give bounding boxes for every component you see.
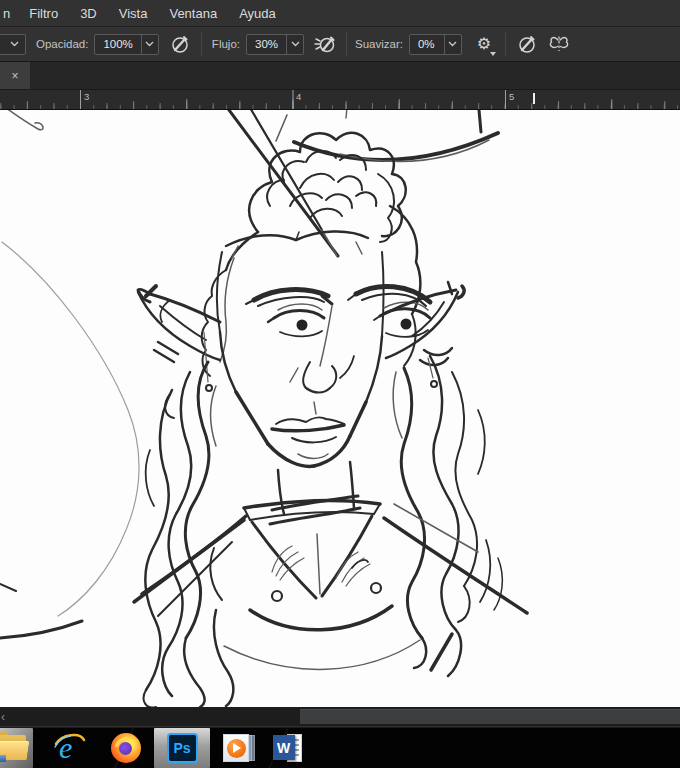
scrollbar-thumb[interactable]: [300, 709, 680, 724]
caret-down-icon: [490, 52, 496, 56]
sketch-top-right-arc: [294, 110, 498, 161]
sketch-hair-right-strands: [393, 356, 502, 676]
canvas-artwork: [0, 110, 680, 707]
opacity-value: 100%: [95, 38, 140, 50]
word-icon: W: [287, 732, 302, 764]
taskbar-firefox-button[interactable]: [98, 728, 154, 768]
sketch-horn-lines: [226, 110, 338, 256]
folder-icon: [0, 735, 28, 761]
internet-explorer-icon: e: [54, 732, 86, 764]
pen-pressure-size-icon[interactable]: [514, 31, 540, 57]
flow-value: 30%: [247, 38, 286, 50]
sketch-eyes: [268, 302, 430, 337]
close-icon[interactable]: ×: [11, 69, 18, 83]
separator: [201, 32, 202, 56]
sketch-construction-lines: [0, 110, 139, 638]
canvas-area[interactable]: [0, 110, 680, 707]
document-tab[interactable]: ×: [0, 62, 30, 89]
media-player-icon: [223, 733, 253, 763]
gear-icon[interactable]: ⚙: [471, 31, 497, 57]
windows-taskbar: e Ps: [0, 727, 680, 768]
document-tab-bar: ×: [0, 62, 680, 90]
menu-item-vista[interactable]: Vista: [108, 0, 159, 26]
horizontal-scrollbar[interactable]: ‹: [0, 707, 680, 727]
chevron-down-icon: [445, 41, 461, 47]
separator: [346, 32, 347, 56]
pen-pressure-opacity-icon[interactable]: [167, 31, 193, 57]
chevron-down-icon: [287, 41, 303, 47]
menu-bar: n Filtro 3D Vista Ventana Ayuda: [0, 0, 680, 27]
opacity-label: Opacidad:: [36, 38, 88, 50]
menu-item-ayuda[interactable]: Ayuda: [228, 0, 287, 26]
horizontal-ruler[interactable]: 3 4 5: [0, 90, 680, 110]
sketch-topknot-bun: [249, 133, 406, 242]
menu-item-filtro[interactable]: Filtro: [18, 0, 69, 26]
airbrush-icon[interactable]: [312, 31, 338, 57]
taskbar-internet-explorer-button[interactable]: e: [42, 728, 98, 768]
chevron-down-icon: [6, 41, 22, 47]
sketch-hair-left-strands: [144, 362, 234, 707]
scroll-left-arrow-icon[interactable]: ‹: [1, 707, 5, 726]
menu-item-ventana[interactable]: Ventana: [158, 0, 228, 26]
taskbar-word-button[interactable]: W: [266, 728, 322, 768]
sketch-clothing: [134, 501, 527, 670]
ruler-cursor-marker: [533, 93, 535, 104]
taskbar-photoshop-button[interactable]: Ps: [154, 728, 210, 768]
taskbar-media-player-button[interactable]: [210, 728, 266, 768]
smoothing-label: Suavizar:: [355, 38, 403, 50]
butterfly-symmetry-icon[interactable]: [546, 31, 572, 57]
opacity-dropdown[interactable]: 100%: [94, 34, 158, 55]
smoothing-value: 0%: [410, 38, 444, 50]
sketch-left-ear: [138, 286, 220, 418]
tool-options-bar: Opacidad: 100% Flujo: 30%: [0, 27, 680, 62]
photoshop-icon: Ps: [167, 733, 198, 763]
photoshop-window: n Filtro 3D Vista Ventana Ayuda Opacidad…: [0, 0, 680, 768]
ruler-label: 4: [296, 91, 301, 102]
smoothing-dropdown[interactable]: 0%: [409, 34, 462, 55]
sketch-nose: [290, 306, 354, 393]
menu-item-imagen-truncated[interactable]: n: [0, 0, 18, 26]
separator: [505, 32, 506, 56]
menu-item-3d[interactable]: 3D: [69, 0, 108, 26]
taskbar-file-explorer-button[interactable]: [0, 728, 33, 768]
ruler-label: 5: [509, 91, 514, 102]
play-icon: [227, 739, 246, 758]
flow-dropdown[interactable]: 30%: [246, 34, 304, 55]
ruler-label: 3: [84, 91, 89, 102]
flow-label: Flujo:: [212, 38, 240, 50]
sketch-lips: [272, 402, 344, 459]
brush-preset-dropdown[interactable]: [0, 34, 26, 55]
firefox-icon: [111, 733, 141, 763]
chevron-down-icon: [142, 41, 158, 47]
